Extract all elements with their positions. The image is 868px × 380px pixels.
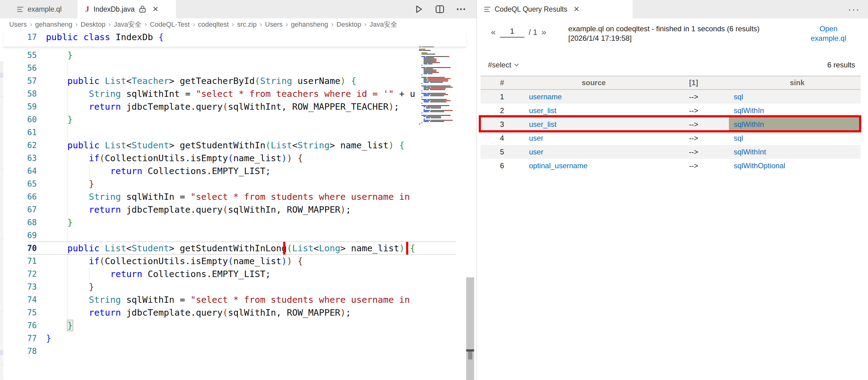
result-row-4[interactable]: 4user-->sql bbox=[480, 131, 861, 145]
line-number: 59 bbox=[3, 100, 46, 113]
minimap-line bbox=[424, 106, 426, 107]
close-results-icon[interactable]: ✕ bbox=[574, 5, 580, 13]
sticky-code-line[interactable]: 17public class IndexDb { bbox=[3, 31, 466, 43]
sink-link[interactable]: sqlWithInt bbox=[734, 148, 766, 156]
column-header-sink[interactable]: sink bbox=[729, 76, 861, 89]
code-line[interactable]: 71 if(CollectionUtils.isEmpty(name_list)… bbox=[3, 255, 466, 267]
code-line[interactable]: 76 } bbox=[3, 319, 466, 332]
result-row-5[interactable]: 5user-->sqlWithInt bbox=[480, 145, 861, 159]
code-line[interactable]: 73 } bbox=[3, 280, 466, 293]
code-line[interactable]: 78 bbox=[3, 345, 466, 358]
pager-next-icon[interactable]: » bbox=[541, 28, 546, 37]
sink-link[interactable]: sqlWithIn bbox=[734, 120, 764, 129]
code-line[interactable]: 57 public List<Teacher> getTeacherById(S… bbox=[3, 74, 466, 87]
indent-guide bbox=[67, 229, 68, 242]
code-line[interactable]: 70 public List<Student> getStudentWithIn… bbox=[3, 242, 466, 255]
panel-more-icon[interactable]: ··· bbox=[848, 0, 860, 19]
editor-actions bbox=[414, 0, 466, 19]
breadcrumb-item[interactable]: src.zip bbox=[237, 21, 257, 29]
sink-link[interactable]: sql bbox=[734, 134, 743, 142]
line-number: 60 bbox=[3, 113, 46, 126]
code-line[interactable]: 59 return jdbcTemplate.query(sqlWithInt,… bbox=[3, 100, 466, 113]
sink-link[interactable]: sql bbox=[734, 93, 743, 101]
code-line[interactable]: 62 public List<Student> getStudentWithIn… bbox=[3, 139, 466, 152]
code-line[interactable]: 69 bbox=[3, 229, 466, 242]
minimap-line bbox=[424, 100, 430, 101]
tab-indexdb-java[interactable]: J IndexDb.java ✕ bbox=[77, 0, 176, 19]
sink-link[interactable]: sqlWithIn bbox=[734, 106, 764, 115]
result-row-6[interactable]: 6optinal_username-->sqlWithOptional bbox=[480, 159, 861, 172]
code-line[interactable]: 60 } bbox=[3, 113, 466, 126]
breadcrumb-item[interactable]: CodeQL-Test bbox=[150, 21, 190, 29]
run-query-icon[interactable] bbox=[414, 5, 424, 14]
code-line[interactable]: 66 String sqlWithIn = "select * from stu… bbox=[3, 190, 466, 203]
breadcrumb-item[interactable]: gehansheng bbox=[291, 21, 328, 29]
tab-codeql-query-results[interactable]: CodeQL Query Results ✕ bbox=[477, 0, 632, 19]
breadcrumb-item[interactable]: Java安全 bbox=[370, 20, 397, 29]
code-line[interactable]: 56 bbox=[3, 62, 466, 74]
minimap-line bbox=[422, 77, 427, 78]
results-table: #source[1]sink 1username-->sql2user_list… bbox=[480, 76, 861, 172]
source-link[interactable]: optinal_username bbox=[529, 161, 588, 170]
minimap-line bbox=[427, 88, 446, 89]
code-line[interactable]: 75 return jdbcTemplate.query(sqlWithIn, … bbox=[3, 306, 466, 319]
scrollbar-thumb[interactable] bbox=[466, 277, 474, 380]
editor-scrollbar[interactable] bbox=[466, 31, 474, 380]
minimap-line bbox=[422, 86, 427, 87]
breadcrumb-item[interactable]: Java安全 bbox=[114, 20, 141, 29]
code-editor[interactable]: 17public class IndexDb { 55 }5657 public… bbox=[0, 31, 476, 380]
code-line[interactable]: 64 return Collections.EMPTY_LIST; bbox=[3, 164, 466, 178]
code-line[interactable]: 55 } bbox=[3, 49, 466, 62]
source-link[interactable]: user_list bbox=[529, 106, 556, 115]
sticky-scroll-line[interactable]: 17public class IndexDb { bbox=[3, 31, 466, 46]
selected-sink-cell[interactable]: sqlWithIn bbox=[729, 117, 861, 131]
source-link[interactable]: user bbox=[529, 148, 544, 156]
code-line[interactable]: 74 String sqlWithIn = "select * from stu… bbox=[3, 293, 466, 306]
pager-prev-icon[interactable]: « bbox=[491, 28, 496, 37]
minimap-line bbox=[428, 63, 432, 64]
code-line[interactable]: 58 String sqlWithInt = "select * from te… bbox=[3, 87, 466, 100]
breadcrumb-item[interactable]: gehansheng bbox=[35, 21, 72, 29]
split-editor-icon[interactable] bbox=[435, 5, 444, 14]
breadcrumb-separator: › bbox=[331, 21, 333, 29]
code-lines: 55 }5657 public List<Teacher> getTeacher… bbox=[3, 49, 466, 358]
code-line[interactable]: 77} bbox=[3, 332, 466, 345]
minimap-line bbox=[422, 83, 423, 84]
breadcrumb[interactable]: Users›gehansheng›Desktop›Java安全›CodeQL-T… bbox=[0, 19, 476, 31]
minimap-line bbox=[427, 115, 451, 116]
code-line[interactable]: 61 bbox=[3, 126, 466, 139]
breadcrumb-item[interactable]: Users bbox=[265, 21, 283, 29]
code-line[interactable]: 72 return Collections.EMPTY_LIST; bbox=[3, 267, 466, 280]
select-dropdown[interactable]: #select bbox=[488, 61, 519, 69]
breadcrumb-item[interactable]: Desktop bbox=[81, 21, 105, 29]
minimap[interactable] bbox=[419, 32, 466, 133]
source-link[interactable]: user bbox=[529, 134, 544, 142]
breadcrumb-separator: › bbox=[232, 21, 234, 29]
line-number: 67 bbox=[3, 203, 46, 216]
code-line[interactable]: 65 } bbox=[3, 178, 466, 190]
indent-guide bbox=[67, 100, 68, 113]
column-header-col1col[interactable]: [1] bbox=[658, 76, 729, 89]
breadcrumb-item[interactable]: Users bbox=[9, 21, 27, 29]
overview-cursor-knob bbox=[468, 351, 472, 359]
column-header-col[interactable]: # bbox=[480, 76, 524, 89]
more-actions-icon[interactable] bbox=[456, 5, 466, 14]
minimap-line bbox=[424, 82, 429, 83]
breadcrumb-item[interactable]: Desktop bbox=[337, 21, 361, 29]
tab-example-ql[interactable]: example.ql bbox=[9, 0, 77, 19]
result-row-2[interactable]: 2user_list-->sqlWithIn bbox=[480, 103, 861, 117]
code-line[interactable]: 68 } bbox=[3, 216, 466, 229]
code-line[interactable]: 63 if(CollectionUtils.isEmpty(name_list)… bbox=[3, 152, 466, 164]
sink-link[interactable]: sqlWithOptional bbox=[734, 161, 785, 170]
open-query-link[interactable]: Open example.ql bbox=[799, 24, 858, 43]
page-number-input[interactable] bbox=[500, 27, 524, 38]
column-header-source[interactable]: source bbox=[524, 76, 658, 89]
tab-example-ql-label: example.ql bbox=[28, 5, 62, 13]
result-row-3[interactable]: 3user_list-->sqlWithIn bbox=[480, 117, 861, 131]
breadcrumb-item[interactable]: codeqltest bbox=[198, 21, 229, 29]
close-tab-icon[interactable]: ✕ bbox=[152, 5, 158, 13]
code-line[interactable]: 67 return jdbcTemplate.query(sqlWithIn, … bbox=[3, 203, 466, 216]
source-link[interactable]: username bbox=[529, 93, 562, 101]
result-row-1[interactable]: 1username-->sql bbox=[480, 90, 861, 103]
source-link[interactable]: user_list bbox=[529, 120, 556, 129]
